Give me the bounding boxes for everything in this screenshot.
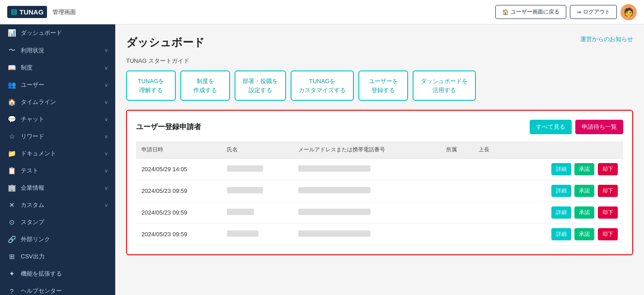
guide-btn-customize[interactable]: TUNAGを カスタマイズする	[291, 70, 354, 101]
document-icon: 📁	[7, 150, 16, 158]
cell-dept	[441, 224, 474, 245]
cell-actions: 詳細 承認 却下	[506, 180, 623, 202]
usage-icon: 〜	[7, 46, 16, 55]
news-link[interactable]: 運営からのお知らせ	[580, 35, 633, 43]
cell-date: 2024/05/23 09:59	[136, 180, 221, 202]
page-title: ダッシュボード	[126, 35, 205, 50]
pending-list-button[interactable]: 申請待ち一覧	[575, 120, 623, 134]
sidebar-item-csv[interactable]: ⊞ CSV出力	[0, 248, 115, 265]
col-date: 申請日時	[136, 141, 221, 159]
cell-name	[221, 224, 292, 245]
sidebar-item-label: 制度	[21, 64, 33, 72]
system-icon: 📖	[7, 64, 16, 72]
guide-buttons: TUNAGを 理解する 制度を 作成する 部署・役職を 設定する TUNAGを …	[126, 70, 633, 101]
see-all-button[interactable]: すべて見る	[530, 120, 572, 134]
cell-name	[221, 159, 292, 180]
sidebar-item-custom[interactable]: ✕ カスタム ∨	[0, 197, 115, 214]
sidebar-item-dashboard[interactable]: 📊 ダッシュボード	[0, 24, 115, 42]
registration-table: 申請日時 氏名 メールアドレスまたは携帯電話番号 所属 上長 2024/05/2…	[136, 141, 623, 245]
guide-btn-understand[interactable]: TUNAGを 理解する	[126, 70, 176, 101]
sidebar-item-document[interactable]: 📁 ドキュメント ∨	[0, 145, 115, 162]
approve-button[interactable]: 承認	[574, 163, 594, 175]
detail-button[interactable]: 詳細	[551, 163, 571, 175]
sidebar-item-label: リワード	[21, 132, 44, 140]
sidebar-item-label: テスト	[21, 167, 38, 175]
sidebar-item-system[interactable]: 📖 制度 ∨	[0, 59, 115, 76]
home-icon: 🏠	[502, 9, 509, 15]
chevron-icon: ∨	[104, 185, 108, 191]
section-actions: すべて見る 申請待ち一覧	[530, 120, 623, 134]
detail-button[interactable]: 詳細	[551, 228, 571, 240]
sidebar-item-test[interactable]: 📋 テスト ∨	[0, 162, 115, 179]
sidebar-item-usage[interactable]: 〜 利用状況 ∨	[0, 42, 115, 59]
dashboard-icon: 📊	[7, 29, 16, 37]
cell-manager	[473, 224, 506, 245]
approve-button[interactable]: 承認	[574, 185, 594, 197]
cell-manager	[473, 202, 506, 224]
users-icon: 👥	[7, 81, 16, 89]
sidebar-item-label: ダッシュボード	[21, 29, 62, 37]
detail-button[interactable]: 詳細	[551, 206, 571, 219]
reject-button[interactable]: 却下	[598, 163, 618, 175]
user-screen-button[interactable]: 🏠 ユーザー画面に戻る	[495, 5, 566, 19]
chevron-icon: ∨	[104, 47, 108, 53]
sidebar-item-label: カスタム	[21, 201, 44, 209]
cell-contact	[293, 224, 441, 245]
sidebar-item-stamp[interactable]: ⊙ スタンプ	[0, 214, 115, 231]
chevron-icon: ∨	[104, 99, 108, 105]
chevron-icon: ∨	[104, 82, 108, 88]
section-header: ユーザー登録申請者 すべて見る 申請待ち一覧	[136, 120, 623, 134]
sidebar-item-external[interactable]: 🔗 外部リンク	[0, 231, 115, 248]
cell-contact	[293, 202, 441, 224]
header-right: 🏠 ユーザー画面に戻る ⇒ ログアウト 🧑	[495, 4, 637, 20]
sidebar-item-extend[interactable]: ✦ 機能を拡張する	[0, 265, 115, 282]
reward-icon: ☆	[7, 132, 16, 140]
guide-btn-set-dept[interactable]: 部署・役職を 設定する	[235, 70, 286, 101]
sidebar-item-chat[interactable]: 💬 チャット ∨	[0, 111, 115, 128]
cell-manager	[473, 180, 506, 202]
cell-dept	[441, 180, 474, 202]
guide-btn-register-user[interactable]: ユーザーを 登録する	[358, 70, 408, 101]
logo-area: ⊟ TUNAG 管理画面	[7, 6, 76, 18]
sidebar-item-help[interactable]: ? ヘルプセンター	[0, 282, 115, 295]
sidebar-item-label: 利用状況	[21, 47, 44, 55]
table-row: 2024/05/23 09:59 詳細 承認 却下	[136, 180, 623, 202]
company-icon: 🏢	[7, 184, 16, 192]
sidebar-item-reward[interactable]: ☆ リワード ∨	[0, 128, 115, 145]
guide-btn-create-system[interactable]: 制度を 作成する	[180, 70, 230, 101]
sidebar-item-company[interactable]: 🏢 企業情報 ∨	[0, 179, 115, 197]
chevron-icon: ∨	[104, 65, 108, 71]
approve-button[interactable]: 承認	[574, 228, 594, 240]
cell-actions: 詳細 承認 却下	[506, 224, 623, 245]
main-content: ダッシュボード 運営からのお知らせ TUNAG スタートガイド TUNAGを 理…	[115, 24, 644, 295]
approve-button[interactable]: 承認	[574, 206, 594, 219]
sidebar-item-label: CSV出力	[21, 253, 45, 261]
sidebar-item-users[interactable]: 👥 ユーザー ∨	[0, 76, 115, 94]
logout-icon: ⇒	[577, 9, 581, 15]
reject-button[interactable]: 却下	[598, 206, 618, 219]
external-icon: 🔗	[7, 235, 16, 243]
cell-contact	[293, 159, 441, 180]
chevron-icon: ∨	[104, 168, 108, 174]
sidebar-item-timeline[interactable]: 🏠 タイムライン ∨	[0, 94, 115, 111]
timeline-icon: 🏠	[7, 98, 16, 106]
guide-btn-use-dashboard[interactable]: ダッシュボードを 活用する	[413, 70, 476, 101]
sidebar-item-label: ユーザー	[21, 81, 44, 89]
reject-button[interactable]: 却下	[598, 185, 618, 197]
registration-section: ユーザー登録申請者 すべて見る 申請待ち一覧 申請日時 氏名 メールアドレスまた…	[126, 110, 633, 255]
sidebar-item-label: ヘルプセンター	[21, 287, 62, 295]
test-icon: 📋	[7, 167, 16, 175]
detail-button[interactable]: 詳細	[551, 185, 571, 197]
cell-name	[221, 180, 292, 202]
table-row: 2024/05/23 09:59 詳細 承認 却下	[136, 224, 623, 245]
csv-icon: ⊞	[7, 253, 16, 261]
cell-date: 2024/05/23 09:59	[136, 224, 221, 245]
table-row: 2024/05/29 14:05 詳細 承認 却下	[136, 159, 623, 180]
logout-button[interactable]: ⇒ ログアウト	[570, 5, 617, 19]
chevron-icon: ∨	[104, 202, 108, 208]
col-dept: 所属	[441, 141, 474, 159]
stamp-icon: ⊙	[7, 218, 16, 226]
reject-button[interactable]: 却下	[598, 228, 618, 240]
extend-icon: ✦	[7, 270, 16, 278]
cell-dept	[441, 202, 474, 224]
